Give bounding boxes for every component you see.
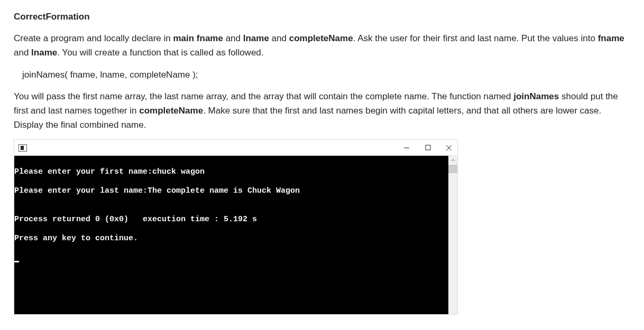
text: and <box>14 48 31 58</box>
text: and <box>269 33 289 43</box>
window-controls <box>402 144 453 152</box>
cursor <box>14 261 19 262</box>
bold-lname: lname <box>243 33 269 43</box>
bold-joinnames: joinNames <box>513 91 559 101</box>
bold-main-fname: main fname <box>173 33 223 43</box>
scroll-track[interactable] <box>448 173 457 314</box>
maximize-button[interactable] <box>424 144 432 152</box>
bold-fname: fname <box>598 33 624 43</box>
svg-rect-1 <box>426 145 430 150</box>
scroll-up-icon[interactable] <box>448 156 457 165</box>
vertical-scrollbar[interactable] <box>448 156 457 314</box>
paragraph-2: You will pass the first name array, the … <box>14 89 630 133</box>
code-call-line: joinNames( fname, lname, completeName ); <box>14 68 630 82</box>
bold-completename: completeName <box>289 33 353 43</box>
text: and <box>223 33 243 43</box>
app-icon <box>19 144 27 152</box>
window-titlebar <box>14 140 457 156</box>
text: . You will create a function that is cal… <box>57 48 263 58</box>
titlebar-left <box>19 144 27 152</box>
bold-completename-2: completeName <box>139 106 203 116</box>
console-line: Press any key to continue. <box>14 234 448 243</box>
heading-title: CorrectFormation <box>14 10 630 24</box>
console-line: Please enter your first name:chuck wagon <box>14 167 448 177</box>
text: . Ask the user for their first and last … <box>353 33 598 43</box>
close-button[interactable] <box>445 144 453 152</box>
text: You will pass the first name array, the … <box>14 91 513 101</box>
console-line: Process returned 0 (0x0) execution time … <box>14 215 448 224</box>
console-area: Please enter your first name:chuck wagon… <box>14 156 457 314</box>
scroll-thumb[interactable] <box>448 165 457 173</box>
paragraph-1: Create a program and locally declare in … <box>14 31 630 60</box>
text: Create a program and locally declare in <box>14 33 173 43</box>
bold-lname-2: lname <box>31 48 57 58</box>
console-line: Please enter your last name:The complete… <box>14 186 448 196</box>
console-output[interactable]: Please enter your first name:chuck wagon… <box>14 156 448 314</box>
console-window: Please enter your first name:chuck wagon… <box>14 139 458 315</box>
minimize-button[interactable] <box>402 144 411 152</box>
